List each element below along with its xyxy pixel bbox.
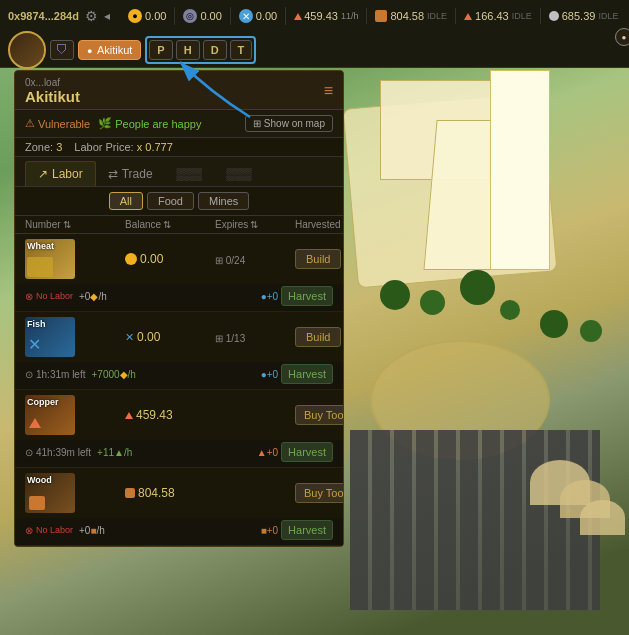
fish-thumbnail: Fish ✕ (25, 317, 75, 357)
map-tree-6 (580, 320, 602, 342)
filter-food-button[interactable]: Food (147, 192, 194, 210)
map-tree-5 (540, 310, 568, 338)
gear-icon[interactable]: ⚙ (85, 8, 98, 24)
wood-action-cell: Buy Tools (295, 483, 343, 503)
wheat-no-labor-icon: ⊗ (25, 291, 33, 302)
sort-icon-3: ⇅ (250, 219, 258, 230)
tab-extra2[interactable]: ▒▒▒ (214, 161, 264, 186)
vulnerable-icon: ⚠ (25, 117, 35, 130)
fish-build-button[interactable]: Build (295, 327, 341, 347)
copper-time-icon: ⊙ (25, 447, 33, 458)
wheat-icon-thumb (27, 257, 53, 277)
fish-slots: ⊞ 1/13 (215, 333, 245, 344)
wood-harvest-button[interactable]: Harvest (281, 520, 333, 540)
copper-balance-value: 459.43 (136, 408, 173, 422)
tab-p-button[interactable]: P (149, 40, 172, 60)
resource-list: Wheat 0.00 ⊞ 0/24 Build ⊗ No (15, 234, 343, 546)
sort-icon-4: ⇅ (343, 219, 344, 230)
tab-h-button[interactable]: H (176, 40, 200, 60)
wheat-rate: +0◆/h (79, 291, 107, 302)
cross-value: 0.00 (256, 10, 277, 22)
avatar-area: ● (8, 31, 46, 69)
zone-label: Zone: 3 (25, 141, 62, 153)
shield-badge: ⛉ (50, 40, 74, 60)
wheat-harvest-amount: ●+0 (261, 291, 278, 302)
triangle2-status: IDLE (512, 11, 532, 21)
resource-coin2: ◎ 0.00 (175, 7, 230, 25)
panel-close-button[interactable]: ≡ (324, 82, 333, 100)
wood-detail-row: ⊗ No Labor +0■/h ■+0 Harvest (15, 518, 343, 545)
fish-thumb-label: Fish (27, 319, 46, 329)
row-wheat: Wheat 0.00 ⊞ 0/24 Build ⊗ No (15, 234, 343, 312)
coin2-icon: ◎ (183, 9, 197, 23)
avatar-badge: ● (615, 28, 629, 46)
sort-icon-2: ⇅ (163, 219, 171, 230)
copper-harvest-button[interactable]: Harvest (281, 442, 333, 462)
wheat-no-labor-text: No Labor (36, 291, 73, 301)
tab-extra1[interactable]: ▒▒▒ (165, 161, 215, 186)
wood-thumb-label: Wood (27, 475, 52, 485)
cross-icon: ✕ (239, 9, 253, 23)
akitikut-button[interactable]: ● Akitikut (78, 40, 141, 60)
zone-value: 3 (56, 141, 62, 153)
coin1-value: 0.00 (145, 10, 166, 22)
panel-subtitle: 0x...loaf (25, 77, 80, 88)
labor-icon: ↗ (38, 167, 48, 181)
filter-all-button[interactable]: All (109, 192, 143, 210)
top-resources: ● 0.00 ◎ 0.00 ✕ 0.00 459.43 11/h 804.58 … (120, 7, 626, 25)
wheat-harvest-button[interactable]: Harvest (281, 286, 333, 306)
wheat-build-button[interactable]: Build (295, 249, 341, 269)
fish-name-cell: Fish ✕ (25, 317, 125, 357)
btn-dot: ● (87, 46, 92, 56)
show-on-map-button[interactable]: ⊞ Show on map (245, 115, 333, 132)
tab-labor[interactable]: ↗ Labor (25, 161, 96, 186)
tab-d-button[interactable]: D (203, 40, 227, 60)
happy-badge: 🌿 People are happy (98, 117, 201, 130)
copper-detail-row: ⊙ 41h:39m left +11▲/h ▲+0 Harvest (15, 440, 343, 467)
tab-buttons-group: P H D T (145, 36, 256, 64)
fish-time-label: ⊙ 1h:31m left (25, 369, 85, 380)
table-header: Number ⇅ Balance ⇅ Expires ⇅ Harvested ⇅ (15, 216, 343, 234)
fish-harvest-button[interactable]: Harvest (281, 364, 333, 384)
labor-label: Labor (52, 167, 83, 181)
copper-indicator: 459.43 (294, 10, 338, 22)
tab-trade[interactable]: ⇄ Trade (96, 161, 165, 186)
wood-main-row: Wood 804.58 Buy Tools (15, 468, 343, 518)
fish-time-icon: ⊙ (25, 369, 33, 380)
wood-buy-tools-button[interactable]: Buy Tools (295, 483, 343, 503)
avatar-inner (10, 33, 44, 67)
triangle2-value: 166.43 (475, 10, 509, 22)
wheat-balance-icon (125, 253, 137, 265)
second-bar: ● ⛉ ● Akitikut P H D T (0, 32, 629, 68)
filter-mines-button[interactable]: Mines (198, 192, 249, 210)
wheat-labor-status: ⊗ No Labor (25, 291, 73, 302)
copper-thumbnail: Copper (25, 395, 75, 435)
copper-buy-tools-button[interactable]: Buy Tools (295, 405, 343, 425)
fish-balance-cell: ✕ 0.00 (125, 330, 215, 344)
resource-circle: 685.39 IDLE (541, 8, 627, 24)
copper-action-cell: Buy Tools (295, 405, 343, 425)
wheat-slots-cell: ⊞ 0/24 (215, 250, 295, 268)
speaker-icon[interactable]: ◂ (104, 9, 110, 23)
resource-copper: 459.43 11/h (286, 8, 367, 24)
wood-name-cell: Wood (25, 473, 125, 513)
tab-t-button[interactable]: T (230, 40, 253, 60)
fish-icon-thumb: ✕ (28, 335, 41, 354)
fish-balance-value: 0.00 (137, 330, 160, 344)
map-building-tall (490, 70, 550, 270)
happy-icon: 🌿 (98, 117, 112, 130)
fish-balance-icon: ✕ (125, 331, 134, 344)
circle-status: IDLE (598, 11, 618, 21)
wood-icon (375, 10, 387, 22)
filter-bar: All Food Mines (15, 187, 343, 216)
happy-label: People are happy (115, 118, 201, 130)
triangle2-icon (464, 13, 472, 20)
fish-harvest-detail: ●+0 Harvest (261, 364, 333, 384)
wood-rate-icon: ■ (90, 525, 96, 536)
copper-balance-icon (125, 412, 133, 419)
map-tree-3 (460, 270, 495, 305)
tab-extra1-label: ▒▒▒ (177, 167, 203, 181)
wood-balance-value: 804.58 (138, 486, 175, 500)
vulnerable-badge: ⚠ Vulnerable (25, 117, 90, 130)
sort-icon-1: ⇅ (63, 219, 71, 230)
